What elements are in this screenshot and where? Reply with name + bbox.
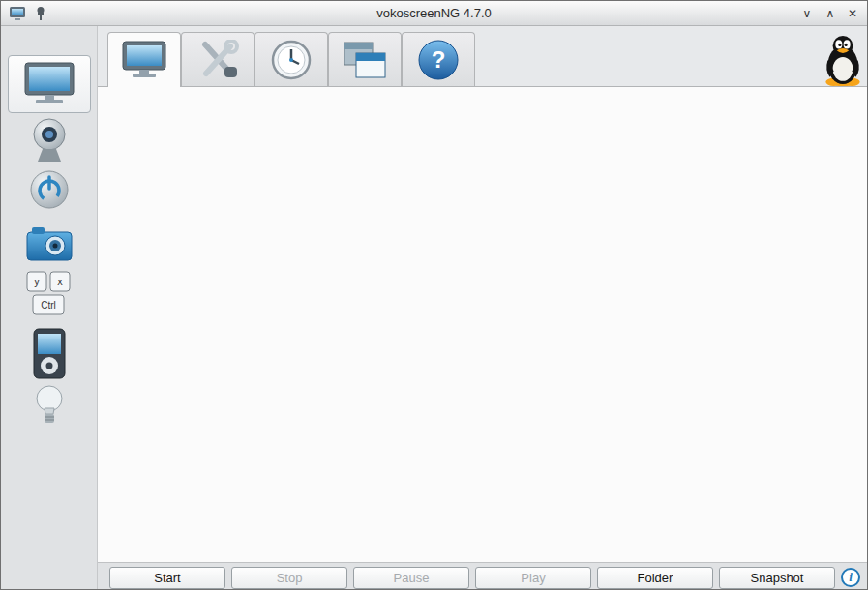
tab-timer[interactable] bbox=[254, 32, 328, 86]
info-icon: i bbox=[849, 570, 853, 585]
bottombar-info-button[interactable]: i bbox=[841, 568, 860, 587]
windows-icon bbox=[342, 40, 388, 80]
stop-button: Stop bbox=[231, 567, 347, 589]
tab-screen[interactable] bbox=[107, 32, 181, 87]
camera-icon bbox=[26, 223, 73, 264]
bottom-toolbar: Start Stop Pause Play Folder Snapshot i bbox=[98, 562, 868, 590]
tab-tools[interactable] bbox=[181, 32, 254, 86]
sidebar-item-webcam[interactable] bbox=[1, 117, 98, 163]
screen-tab-panel bbox=[98, 86, 868, 562]
screen-tab-icon bbox=[121, 40, 167, 80]
maximize-button[interactable]: ∧ bbox=[821, 4, 840, 23]
tab-help[interactable]: ? bbox=[402, 32, 475, 86]
start-button[interactable]: Start bbox=[109, 567, 225, 589]
snapshot-button[interactable]: Snapshot bbox=[719, 567, 835, 589]
tab-windows[interactable] bbox=[328, 32, 402, 86]
minimize-button[interactable]: ∨ bbox=[797, 4, 817, 23]
app-window: vokoscreenNG 4.7.0 ∨ ∧ ✕ y x Ctrl bbox=[0, 0, 868, 590]
tools-icon bbox=[195, 40, 241, 80]
tux-logo bbox=[822, 34, 864, 90]
sidebar: y x Ctrl bbox=[1, 26, 98, 590]
power-icon bbox=[29, 169, 70, 210]
folder-button[interactable]: Folder bbox=[597, 567, 713, 589]
sidebar-item-camera[interactable] bbox=[1, 223, 98, 264]
window-titlebar[interactable]: vokoscreenNG 4.7.0 ∨ ∧ ✕ bbox=[1, 1, 867, 26]
webcam-icon bbox=[28, 117, 71, 163]
help-icon: ? bbox=[417, 39, 460, 81]
close-button[interactable]: ✕ bbox=[843, 4, 862, 23]
hotkey-x-label: x bbox=[57, 276, 63, 287]
hotkey-ctrl-label: Ctrl bbox=[41, 300, 56, 310]
hotkeys-icon: y x Ctrl bbox=[23, 270, 75, 318]
window-title: vokoscreenNG 4.7.0 bbox=[1, 6, 867, 20]
sidebar-item-shutdown[interactable] bbox=[1, 169, 98, 210]
media-player-icon bbox=[31, 328, 68, 380]
hotkey-y-label: y bbox=[34, 276, 40, 287]
screen-icon bbox=[22, 61, 76, 107]
sidebar-item-hotkeys[interactable]: y x Ctrl bbox=[1, 270, 98, 318]
play-button: Play bbox=[475, 567, 591, 589]
lightbulb-icon bbox=[32, 384, 67, 430]
pause-button: Pause bbox=[353, 567, 469, 589]
sidebar-item-systray[interactable] bbox=[1, 384, 98, 430]
sidebar-item-screencast[interactable] bbox=[1, 61, 98, 107]
help-glyph: ? bbox=[432, 46, 446, 73]
clock-icon bbox=[270, 39, 313, 81]
sidebar-item-player[interactable] bbox=[1, 328, 98, 380]
